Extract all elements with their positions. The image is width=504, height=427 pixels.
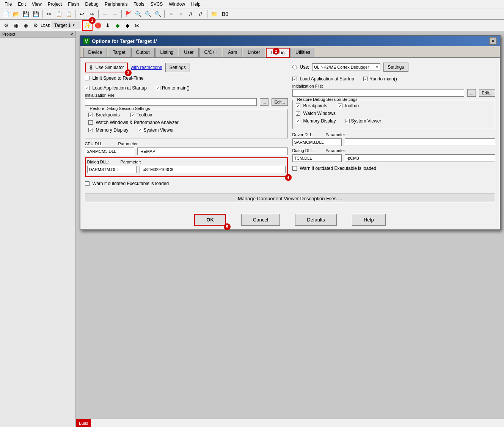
menu-edit[interactable]: Edit bbox=[15, 1, 29, 8]
right-edit-btn[interactable]: Edit... bbox=[479, 89, 495, 97]
right-dialog-param-input[interactable] bbox=[345, 154, 495, 162]
open-btn[interactable]: 📂 bbox=[11, 9, 20, 19]
settings-icon-btn[interactable]: ⚙ bbox=[2, 21, 11, 30]
left-cpu-param-input[interactable] bbox=[137, 148, 288, 155]
menu-file[interactable]: File bbox=[2, 1, 15, 8]
uncomment-btn[interactable]: // bbox=[196, 9, 205, 19]
left-settings-btn[interactable]: Settings bbox=[165, 63, 190, 72]
left-bp-checkbox[interactable] bbox=[88, 113, 93, 117]
left-warn-checkbox[interactable] bbox=[85, 181, 89, 186]
right-driver-dll-label: Driver DLL: bbox=[292, 132, 323, 137]
find2-btn[interactable]: 🔍 bbox=[143, 9, 152, 19]
load-btn[interactable]: LOAD bbox=[41, 21, 50, 30]
save-all-btn[interactable]: 💾 bbox=[31, 9, 40, 19]
tab-listing[interactable]: Listing bbox=[155, 48, 179, 57]
tab-cpp[interactable]: C/C++ bbox=[199, 48, 223, 57]
cancel-button[interactable]: Cancel bbox=[241, 214, 280, 226]
right-driver-dll-input[interactable] bbox=[292, 138, 342, 146]
help-button[interactable]: Help bbox=[352, 214, 386, 226]
grid-btn[interactable]: ▦ bbox=[11, 21, 20, 30]
right-settings-btn[interactable]: Settings bbox=[383, 63, 408, 72]
find3-btn[interactable]: 🔍 bbox=[153, 9, 162, 19]
menu-help[interactable]: Help bbox=[188, 1, 204, 8]
right-sysview-checkbox[interactable] bbox=[345, 119, 350, 123]
menu-view[interactable]: View bbox=[29, 1, 45, 8]
left-run-main-checkbox[interactable] bbox=[156, 86, 160, 90]
left-sysview-checkbox[interactable] bbox=[138, 128, 142, 132]
menu-peripherals[interactable]: Peripherals bbox=[102, 1, 131, 8]
sep5 bbox=[164, 10, 165, 18]
left-edit-btn[interactable]: Edit... bbox=[272, 98, 287, 106]
left-load-app-checkbox[interactable] bbox=[85, 86, 89, 90]
left-watch-row: Watch Windows & Performance Analyzer bbox=[88, 120, 284, 125]
left-memory-checkbox[interactable] bbox=[88, 128, 93, 132]
left-cpu-dll-input[interactable] bbox=[85, 148, 134, 155]
left-toolbox-checkbox[interactable] bbox=[130, 113, 135, 117]
dialog-close-button[interactable]: ✕ bbox=[489, 37, 497, 45]
left-init-input[interactable] bbox=[85, 98, 257, 106]
defaults-button[interactable]: Defaults bbox=[295, 214, 337, 226]
b0-btn[interactable]: B0 bbox=[219, 9, 231, 19]
menu-debug[interactable]: Debug bbox=[82, 1, 102, 8]
forward-btn[interactable]: → bbox=[110, 9, 119, 19]
right-load-app-checkbox[interactable] bbox=[292, 77, 297, 81]
bookmark-btn[interactable]: 🚩 bbox=[124, 9, 133, 19]
ok-button[interactable]: OK bbox=[194, 214, 226, 226]
tab-debug[interactable]: Debug 2 bbox=[266, 48, 290, 58]
right-memory-checkbox[interactable] bbox=[296, 119, 300, 123]
menu-svcs[interactable]: SVCS bbox=[148, 1, 166, 8]
left-dialog-dll-input[interactable] bbox=[87, 166, 137, 173]
use-external-radio[interactable] bbox=[292, 65, 297, 69]
config-btn[interactable]: ⚙ bbox=[31, 21, 40, 30]
right-warn-label: Warn if outdated Executable is loaded bbox=[300, 166, 377, 171]
right-watch-checkbox[interactable] bbox=[296, 111, 300, 116]
menu-window[interactable]: Window bbox=[166, 1, 188, 8]
find-btn[interactable]: 🔍 bbox=[133, 9, 143, 19]
right-warn-checkbox[interactable] bbox=[292, 166, 297, 171]
run2-btn[interactable]: ◆ bbox=[123, 21, 132, 30]
tab-linker[interactable]: Linker bbox=[243, 48, 265, 57]
new-file-btn[interactable]: 📄 bbox=[2, 9, 11, 19]
download-btn[interactable]: ⬇ bbox=[103, 21, 112, 30]
save-btn[interactable]: 💾 bbox=[21, 9, 30, 19]
outdent-btn[interactable]: ≡ bbox=[176, 9, 185, 19]
target-selector[interactable]: Target 1 ▼ bbox=[51, 22, 81, 29]
use-simulator-radio[interactable] bbox=[89, 65, 93, 70]
tab-output[interactable]: Output bbox=[131, 48, 155, 57]
paste-btn[interactable]: 📋 bbox=[64, 9, 73, 19]
tab-target[interactable]: Target bbox=[108, 48, 130, 57]
right-bp-checkbox[interactable] bbox=[296, 104, 300, 108]
run-btn[interactable]: ◆ bbox=[113, 21, 122, 30]
comment-btn[interactable]: // bbox=[186, 9, 195, 19]
menu-flash[interactable]: Flash bbox=[65, 1, 82, 8]
cut-btn[interactable]: ✂ bbox=[44, 9, 53, 19]
indent-btn[interactable]: ≡ bbox=[166, 9, 176, 19]
undo-btn[interactable]: ↩ bbox=[77, 9, 86, 19]
right-driver-param-input[interactable] bbox=[345, 138, 495, 146]
right-run-main-checkbox[interactable] bbox=[363, 77, 368, 81]
debugger-dropdown[interactable]: ULINK2/ME Cortex Debugger ▼ bbox=[312, 63, 380, 71]
tab-user[interactable]: User bbox=[179, 48, 198, 57]
tab-utilities[interactable]: Utilities bbox=[290, 48, 315, 57]
back-btn[interactable]: ← bbox=[100, 9, 110, 19]
mail-btn[interactable]: ✉ bbox=[133, 21, 142, 30]
limit-speed-checkbox[interactable] bbox=[85, 76, 89, 80]
folder-btn[interactable]: 📁 bbox=[209, 9, 218, 19]
with-restrictions-link[interactable]: with restrictions bbox=[131, 65, 162, 70]
menu-tools[interactable]: Tools bbox=[131, 1, 148, 8]
tab-asm[interactable]: Asm bbox=[223, 48, 242, 57]
right-init-input[interactable] bbox=[292, 89, 465, 97]
manage-btn[interactable]: Manage Component Viewer Description File… bbox=[85, 193, 495, 202]
right-dialog-dll-input[interactable] bbox=[292, 154, 342, 162]
project-close[interactable]: ✕ bbox=[70, 32, 73, 36]
right-browse-btn[interactable]: ... bbox=[467, 89, 476, 97]
layers-btn[interactable]: ◈ bbox=[21, 21, 30, 30]
left-run-main-label: Run to main() bbox=[162, 85, 190, 91]
tab-device[interactable]: Device bbox=[83, 48, 107, 57]
right-toolbox-checkbox[interactable] bbox=[338, 104, 342, 108]
copy-btn[interactable]: 📋 bbox=[54, 9, 63, 19]
left-browse-btn[interactable]: ... bbox=[260, 98, 268, 106]
left-dialog-param-input[interactable] bbox=[140, 166, 286, 173]
menu-project[interactable]: Project bbox=[45, 1, 65, 8]
left-watch-checkbox[interactable] bbox=[88, 120, 93, 125]
